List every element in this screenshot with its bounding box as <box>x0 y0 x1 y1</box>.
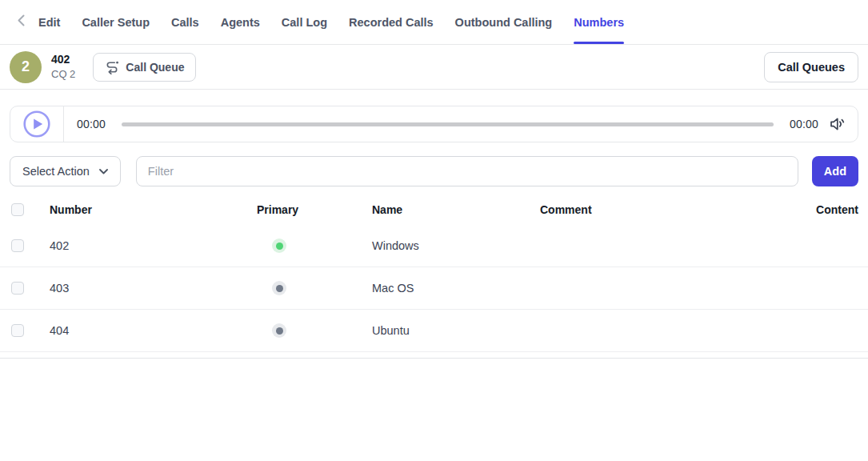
page-header: 2 402 CQ 2 Call Queue Call Queues <box>0 45 868 90</box>
number-cell: 403 <box>38 282 247 295</box>
top-nav: Edit Caller Setup Calls Agents Call Log … <box>0 0 868 45</box>
chevron-down-icon <box>99 169 108 174</box>
tab-calls[interactable]: Calls <box>171 0 199 44</box>
primary-status-dot <box>272 281 286 295</box>
primary-status-dot <box>272 323 286 338</box>
call-queues-button-label: Call Queues <box>778 61 845 74</box>
col-header-content: Content <box>772 203 868 216</box>
call-queue-button-label: Call Queue <box>126 61 184 74</box>
seek-track <box>122 122 774 126</box>
call-queue-button[interactable]: Call Queue <box>93 53 196 82</box>
play-icon <box>22 110 51 138</box>
tab-numbers[interactable]: Numbers <box>574 0 624 44</box>
select-action-dropdown[interactable]: Select Action <box>10 156 121 186</box>
tab-outbound-calling[interactable]: Outbound Calling <box>455 0 553 44</box>
toolbar: Select Action Add <box>10 156 858 186</box>
row-check-cell <box>0 324 38 337</box>
row-check-cell <box>0 282 38 295</box>
primary-status-dot <box>272 239 286 253</box>
audio-player-left <box>10 106 64 142</box>
table-row: 404 Ubuntu <box>0 310 868 352</box>
filter-input[interactable] <box>136 156 798 186</box>
select-all-cell <box>0 203 38 216</box>
select-action-label: Select Action <box>22 165 90 178</box>
avatar: 2 <box>10 51 42 83</box>
row-checkbox[interactable] <box>11 324 24 337</box>
col-header-comment: Comment <box>532 203 772 216</box>
primary-cell <box>247 239 364 253</box>
nav-tabs: Edit Caller Setup Calls Agents Call Log … <box>38 0 624 44</box>
select-all-checkbox[interactable] <box>11 203 24 216</box>
total-time: 00:00 <box>790 118 818 130</box>
page-title: 402 <box>51 53 75 67</box>
name-cell: Windows <box>364 239 532 252</box>
name-cell: Mac OS <box>364 282 532 295</box>
audio-player: 00:00 00:00 <box>10 106 858 142</box>
current-time: 00:00 <box>77 118 106 130</box>
volume-button[interactable] <box>830 117 858 131</box>
tab-edit[interactable]: Edit <box>38 0 60 44</box>
header-titles: 402 CQ 2 <box>51 53 75 81</box>
page-subtitle: CQ 2 <box>51 68 75 81</box>
table-row: 402 Windows <box>0 225 868 267</box>
table-header-row: Number Primary Name Comment Content <box>0 194 868 225</box>
row-checkbox[interactable] <box>11 239 24 252</box>
name-cell: Ubuntu <box>364 324 532 337</box>
add-button[interactable]: Add <box>812 156 858 186</box>
tab-caller-setup[interactable]: Caller Setup <box>82 0 150 44</box>
chevron-left-icon <box>18 14 25 30</box>
call-queue-icon <box>105 60 119 74</box>
tab-agents[interactable]: Agents <box>221 0 260 44</box>
seek-bar[interactable] <box>122 118 774 130</box>
col-header-primary: Primary <box>247 203 364 216</box>
table-row: 403 Mac OS <box>0 267 868 310</box>
row-checkbox[interactable] <box>11 282 24 295</box>
number-cell: 402 <box>38 239 247 252</box>
primary-cell <box>247 281 364 295</box>
tab-recorded-calls[interactable]: Recorded Calls <box>349 0 434 44</box>
number-cell: 404 <box>38 324 247 337</box>
row-check-cell <box>0 239 38 252</box>
numbers-table: Number Primary Name Comment Content 402 … <box>0 194 868 359</box>
primary-cell <box>247 323 364 338</box>
play-button[interactable] <box>22 110 51 138</box>
tab-call-log[interactable]: Call Log <box>282 0 327 44</box>
call-queues-button[interactable]: Call Queues <box>764 52 858 82</box>
col-header-name: Name <box>364 203 532 216</box>
table-footer-divider <box>0 352 868 359</box>
volume-icon <box>830 117 846 131</box>
col-header-number: Number <box>38 203 247 216</box>
back-button[interactable] <box>10 0 32 44</box>
